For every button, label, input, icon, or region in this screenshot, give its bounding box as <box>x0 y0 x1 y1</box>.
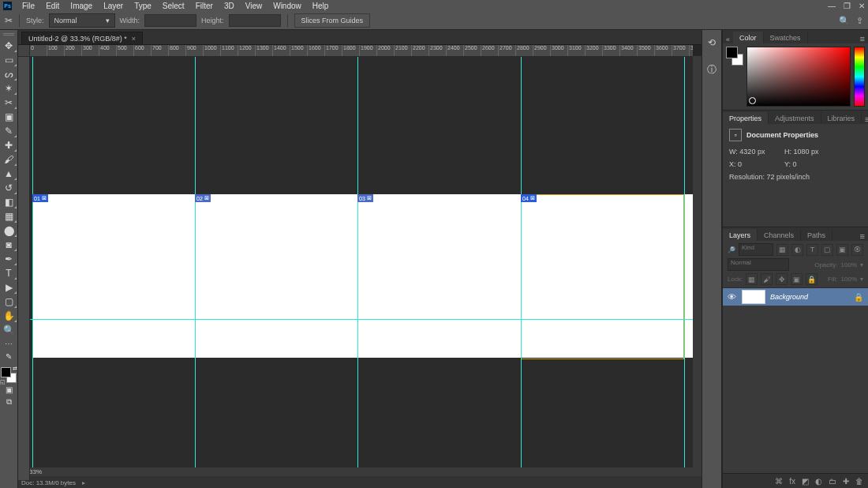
guide-vertical[interactable] <box>684 56 685 467</box>
color-fg-bg[interactable] <box>726 47 743 66</box>
eyedropper-tool[interactable]: ✎ <box>0 124 17 138</box>
menu-type[interactable]: Type <box>129 2 157 10</box>
status-menu-icon[interactable]: ▸ <box>82 479 85 486</box>
opacity-menu-icon[interactable]: ▾ <box>860 261 863 268</box>
edit-toolbar-button[interactable]: ✎ <box>0 350 17 362</box>
layer-name[interactable]: Background <box>770 293 849 301</box>
window-minimize-icon[interactable]: — <box>828 2 836 10</box>
lock-all-icon[interactable]: 🔒 <box>806 273 817 285</box>
menu-view[interactable]: View <box>240 2 268 10</box>
swap-colors-icon[interactable]: ⇄ <box>13 366 17 372</box>
menu-edit[interactable]: Edit <box>40 2 65 10</box>
panel-grip-icon[interactable] <box>3 33 14 36</box>
slice-badge[interactable]: 01⊠ <box>32 194 48 202</box>
slice-selection-outline[interactable] <box>521 194 684 359</box>
type-tool[interactable]: T <box>0 266 17 280</box>
slices-from-guides-button[interactable]: Slices From Guides <box>294 13 371 28</box>
tab-layers[interactable]: Layers <box>723 229 758 241</box>
tab-channels[interactable]: Channels <box>758 229 801 241</box>
guide-horizontal[interactable] <box>29 319 693 320</box>
lock-transparency-icon[interactable]: ▦ <box>746 273 758 285</box>
move-tool[interactable]: ✥ <box>0 39 17 53</box>
prop-width[interactable]: 4320 px <box>739 148 765 156</box>
tab-adjustments[interactable]: Adjustments <box>769 112 821 124</box>
blend-mode-select[interactable]: Normal <box>728 258 789 271</box>
gradient-tool[interactable]: ▦ <box>0 209 17 223</box>
lock-artboard-icon[interactable]: ▣ <box>791 273 803 285</box>
panel-collapse-icon[interactable]: « <box>723 36 733 43</box>
new-layer-icon[interactable]: ✚ <box>843 477 849 486</box>
path-select-tool[interactable]: ▶ <box>0 280 17 295</box>
tab-swatches[interactable]: Swatches <box>764 32 808 43</box>
search-icon[interactable]: 🔍 <box>839 16 850 26</box>
lasso-tool[interactable]: ᔕ <box>0 67 17 81</box>
filter-pixel-icon[interactable]: ▦ <box>776 244 788 256</box>
tab-paths[interactable]: Paths <box>801 229 832 241</box>
prop-x[interactable]: 0 <box>738 160 742 168</box>
stamp-tool[interactable]: ▲ <box>0 167 17 181</box>
filter-shape-icon[interactable]: ▢ <box>821 244 833 256</box>
panel-menu-icon[interactable]: ≡ <box>857 34 868 43</box>
blur-tool[interactable]: ⬤ <box>0 223 17 238</box>
lock-position-icon[interactable]: ✥ <box>776 273 788 285</box>
share-icon[interactable]: ⇪ <box>856 16 863 26</box>
slice-badge[interactable]: 04⊠ <box>521 194 537 202</box>
style-select[interactable]: Normal▾ <box>49 13 115 28</box>
hue-slider[interactable] <box>854 47 865 107</box>
history-panel-icon[interactable]: ⟲ <box>704 35 720 51</box>
horizontal-scrollbar[interactable]: 33.33% <box>18 467 702 476</box>
pen-tool[interactable]: ✒ <box>0 252 17 266</box>
guide-vertical[interactable] <box>195 56 196 467</box>
delete-layer-icon[interactable]: 🗑 <box>855 477 863 486</box>
guide-vertical[interactable] <box>32 56 33 467</box>
menu-help[interactable]: Help <box>307 2 335 10</box>
link-layers-icon[interactable]: ⌘ <box>775 477 783 486</box>
guide-vertical[interactable] <box>357 56 358 467</box>
layer-item[interactable]: 👁 Background 🔒 <box>723 288 868 306</box>
prop-height[interactable]: 1080 px <box>794 148 819 156</box>
prop-resolution[interactable]: Resolution: 72 pixels/inch <box>729 173 862 181</box>
saturation-lightness-picker[interactable] <box>746 47 851 107</box>
quick-mask-button[interactable]: ▣ <box>0 383 17 396</box>
canvas-viewport[interactable]: 01⊠02⊠03⊠04⊠ <box>29 56 693 467</box>
slice-badge[interactable]: 03⊠ <box>357 194 373 202</box>
tab-libraries[interactable]: Libraries <box>821 112 862 124</box>
fill-menu-icon[interactable]: ▾ <box>860 276 863 283</box>
brush-tool[interactable]: 🖌 <box>0 152 17 167</box>
menu-filter[interactable]: Filter <box>190 2 219 10</box>
fill-value[interactable]: 100% <box>841 276 857 283</box>
height-input[interactable] <box>229 14 281 27</box>
prop-y[interactable]: 0 <box>793 160 797 168</box>
crop-tool[interactable]: ✂ <box>0 96 17 110</box>
filter-smart-icon[interactable]: ▣ <box>836 244 848 256</box>
foreground-color-swatch[interactable] <box>1 367 11 377</box>
screen-mode-button[interactable]: ⧉ <box>0 396 17 408</box>
close-tab-icon[interactable]: × <box>132 35 136 43</box>
layer-mask-icon[interactable]: ◩ <box>802 477 809 486</box>
guide-vertical[interactable] <box>521 56 522 467</box>
menu-file[interactable]: File <box>17 2 40 10</box>
menu-select[interactable]: Select <box>157 2 190 10</box>
panel-menu-icon[interactable]: ≡ <box>857 231 868 241</box>
visibility-toggle-icon[interactable]: 👁 <box>728 292 737 302</box>
layer-thumbnail[interactable] <box>742 290 765 304</box>
quick-select-tool[interactable]: ✶ <box>0 81 17 96</box>
document-tab[interactable]: Untitled-2 @ 33.3% (RGB/8#) * × <box>21 32 143 44</box>
menu-3d[interactable]: 3D <box>219 2 240 10</box>
filter-search-icon[interactable]: 🔎 <box>728 246 735 253</box>
ruler-origin[interactable] <box>18 45 30 57</box>
layer-filter-select[interactable]: Kind <box>739 243 773 256</box>
slice-badge[interactable]: 02⊠ <box>195 194 211 202</box>
opacity-value[interactable]: 100% <box>841 261 857 268</box>
vertical-scrollbar[interactable] <box>693 56 702 467</box>
info-panel-icon[interactable]: ⓘ <box>704 62 720 77</box>
frame-tool[interactable]: ▣ <box>0 110 17 124</box>
lock-icon[interactable]: 🔒 <box>854 293 863 302</box>
width-input[interactable] <box>144 14 196 27</box>
zoom-tool[interactable]: 🔍 <box>0 323 17 337</box>
menu-window[interactable]: Window <box>268 2 307 10</box>
layer-fx-icon[interactable]: fx <box>789 477 795 486</box>
shape-tool[interactable]: ▢ <box>0 295 17 309</box>
adjustment-layer-icon[interactable]: ◐ <box>815 477 822 486</box>
menu-image[interactable]: Image <box>65 2 98 10</box>
